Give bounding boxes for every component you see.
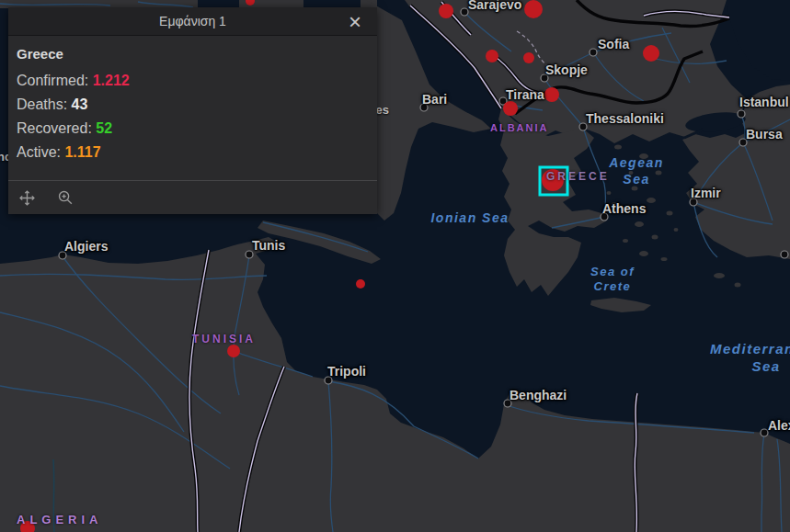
stat-label: Deaths:	[17, 96, 72, 112]
covid-marker[interactable]	[439, 4, 453, 18]
covid-marker[interactable]	[356, 279, 365, 289]
zoom-to-feature-button[interactable]	[56, 188, 74, 207]
stat-row-confirmed: Confirmed: 1.212	[17, 69, 364, 93]
city-dot	[601, 213, 608, 221]
city-dot	[246, 251, 253, 258]
city-dot	[59, 252, 66, 259]
city-dot	[420, 104, 428, 111]
stat-value: 1.212	[93, 73, 130, 88]
stat-label: Confirmed:	[17, 73, 93, 88]
move-icon	[18, 189, 36, 207]
city-dot	[781, 251, 788, 258]
popup-body: Greece Confirmed: 1.212Deaths: 43Recover…	[8, 36, 377, 180]
covid-marker[interactable]	[503, 101, 518, 116]
covid-marker[interactable]	[486, 50, 498, 62]
city-dot	[579, 123, 587, 130]
pan-to-feature-button[interactable]	[17, 188, 36, 207]
city-dot	[761, 429, 768, 436]
city-dot	[739, 139, 747, 146]
covid-map-dashboard: SarajevoSofiaSkopjeTiranaThessalonikiBar…	[0, 0, 790, 532]
stat-row-recovered: Recovered: 52	[17, 117, 364, 141]
city-dot	[738, 110, 745, 118]
covid-marker[interactable]	[544, 87, 559, 102]
stat-value: 1.117	[64, 144, 100, 160]
city-dot	[541, 74, 548, 82]
feature-popup: Εμφάνιση 1 × Greece Confirmed: 1.212Deat…	[8, 7, 377, 214]
covid-marker[interactable]	[643, 45, 659, 62]
popup-country-name: Greece	[17, 46, 364, 62]
close-icon[interactable]: ×	[342, 7, 368, 36]
stat-label: Recovered:	[17, 120, 96, 136]
city-dot	[590, 49, 597, 56]
stat-label: Active:	[17, 144, 64, 160]
city-dot	[690, 198, 697, 206]
popup-header[interactable]: Εμφάνιση 1 ×	[8, 7, 377, 36]
popup-footer	[8, 180, 377, 214]
river-line	[53, 459, 54, 532]
covid-marker-selected[interactable]	[542, 169, 564, 191]
stat-row-deaths: Deaths: 43	[17, 93, 364, 117]
city-dot	[325, 377, 332, 384]
covid-marker[interactable]	[524, 0, 543, 18]
stats-list: Confirmed: 1.212Deaths: 43Recovered: 52A…	[17, 69, 364, 164]
city-dot	[504, 400, 511, 407]
popup-title: Εμφάνιση 1	[159, 14, 226, 28]
stat-value: 43	[72, 96, 88, 112]
covid-marker[interactable]	[523, 52, 534, 63]
stat-value: 52	[96, 120, 112, 136]
stat-row-active: Active: 1.117	[17, 141, 364, 164]
covid-marker[interactable]	[227, 345, 240, 357]
magnifier-plus-icon	[57, 189, 74, 207]
city-dot	[461, 8, 468, 16]
